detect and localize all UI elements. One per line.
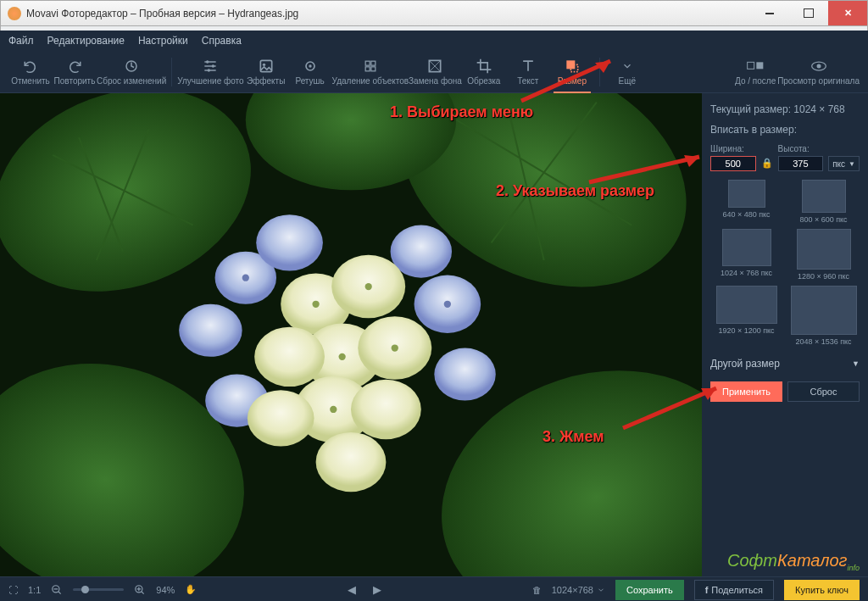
view-original-button[interactable]: Просмотр оригинала <box>777 52 860 92</box>
height-input[interactable] <box>778 156 824 171</box>
change-bg-button[interactable]: Замена фона <box>409 52 462 92</box>
erase-icon <box>362 58 379 75</box>
resize-icon <box>564 58 581 75</box>
retouch-button[interactable]: Ретушь <box>288 52 332 92</box>
crop-icon <box>476 58 492 75</box>
hand-tool-icon[interactable]: ✋ <box>185 584 197 595</box>
next-image-button[interactable]: ▶ <box>373 583 381 596</box>
svg-point-46 <box>242 275 249 281</box>
undo-button[interactable]: Отменить <box>8 52 53 92</box>
improve-button[interactable]: Улучшение фото <box>177 52 243 92</box>
svg-point-3 <box>208 69 210 71</box>
text-icon <box>520 58 537 75</box>
zoom-in-icon[interactable] <box>134 584 146 596</box>
svg-point-38 <box>351 380 421 439</box>
svg-rect-15 <box>748 62 754 69</box>
svg-point-7 <box>309 64 311 67</box>
eye-icon <box>810 58 827 75</box>
fit-label: Вписать в размер: <box>710 124 860 136</box>
window-title: Movavi Фоторедактор – Пробная версия – H… <box>26 8 750 19</box>
svg-point-1 <box>206 60 209 63</box>
menu-edit[interactable]: Редактирование <box>47 35 125 47</box>
reset-edits-button[interactable]: Сброс изменений <box>97 52 166 92</box>
retouch-icon <box>302 58 319 75</box>
lock-aspect-icon[interactable]: 🔒 <box>761 158 773 171</box>
maximize-button[interactable] <box>789 1 828 25</box>
zoom-out-icon[interactable] <box>51 584 63 596</box>
close-button[interactable] <box>828 1 867 25</box>
apply-button[interactable]: Применить <box>710 381 782 402</box>
menubar: Файл Редактирование Настройки Справка <box>0 31 868 51</box>
chevron-down-icon <box>619 58 636 75</box>
svg-point-44 <box>392 344 398 351</box>
trash-icon[interactable]: 🗑 <box>532 585 542 595</box>
preset-1920[interactable]: 1920 × 1200 пкс <box>710 286 782 346</box>
width-input[interactable] <box>710 156 756 171</box>
canvas-area[interactable] <box>0 93 702 576</box>
svg-point-18 <box>816 64 821 69</box>
svg-point-5 <box>262 64 264 66</box>
sliders-icon <box>202 58 219 75</box>
svg-point-47 <box>444 301 451 308</box>
image-content <box>0 93 702 576</box>
svg-rect-8 <box>365 61 370 65</box>
share-button[interactable]: fПоделиться <box>694 580 774 600</box>
fullscreen-icon[interactable]: ⛶ <box>8 585 18 595</box>
svg-point-39 <box>248 390 314 446</box>
menu-file[interactable]: Файл <box>8 35 34 47</box>
effects-icon <box>258 58 275 75</box>
buy-key-button[interactable]: Купить ключ <box>784 580 860 600</box>
compare-icon <box>747 58 764 75</box>
svg-point-43 <box>339 353 346 360</box>
resize-button[interactable]: Размер <box>550 52 594 92</box>
dimension-inputs: Ширина: 🔒 Высота: пкс▼ <box>710 144 860 171</box>
preset-grid: 640 × 480 пкс 800 × 600 пкс 1024 × 768 п… <box>710 180 860 346</box>
preset-2048[interactable]: 2048 × 1536 пкс <box>787 286 860 346</box>
zoom-ratio[interactable]: 1:1 <box>28 585 41 595</box>
before-after-button[interactable]: До / после <box>733 52 777 92</box>
svg-rect-11 <box>371 67 376 71</box>
svg-rect-10 <box>365 67 370 71</box>
menu-settings[interactable]: Настройки <box>138 35 188 47</box>
redo-button[interactable]: Повторить <box>53 52 97 92</box>
preset-640[interactable]: 640 × 480 пкс <box>710 180 782 224</box>
more-button[interactable]: Ещё <box>605 52 649 92</box>
svg-point-26 <box>256 214 323 270</box>
effects-button[interactable]: Эффекты <box>244 52 288 92</box>
crop-button[interactable]: Обрезка <box>462 52 506 92</box>
main-toolbar: Отменить Повторить Сброс изменений Улучш… <box>0 51 868 93</box>
preset-1024[interactable]: 1024 × 768 пкс <box>710 229 782 281</box>
svg-rect-9 <box>371 61 376 65</box>
zoom-slider[interactable] <box>73 588 124 591</box>
height-label: Высота: <box>778 144 824 153</box>
reset-button[interactable]: Сброс <box>787 381 860 402</box>
reset-icon <box>123 58 140 75</box>
bottom-bar: ⛶ 1:1 94% ✋ ◀ ▶ 🗑 1024×768 Сохранить fПо… <box>0 576 868 601</box>
window-controls <box>750 1 867 25</box>
zoom-percent: 94% <box>156 585 175 595</box>
current-size-label: Текущий размер: 1024 × 768 <box>710 103 860 115</box>
svg-rect-4 <box>260 60 271 71</box>
svg-point-27 <box>179 304 242 357</box>
unit-select[interactable]: пкс▼ <box>828 156 860 171</box>
save-button[interactable]: Сохранить <box>615 580 684 600</box>
svg-point-42 <box>365 283 372 290</box>
minimize-button[interactable] <box>750 1 789 25</box>
preset-1280[interactable]: 1280 × 960 пкс <box>787 229 860 281</box>
menu-help[interactable]: Справка <box>202 35 242 47</box>
prev-image-button[interactable]: ◀ <box>348 583 356 596</box>
svg-point-31 <box>434 348 495 401</box>
remove-objects-button[interactable]: Удаление объектов <box>332 52 409 92</box>
svg-point-2 <box>212 64 214 67</box>
background-icon <box>426 58 443 75</box>
preset-800[interactable]: 800 × 600 пкс <box>787 180 860 224</box>
window-titlebar: Movavi Фоторедактор – Пробная версия – H… <box>0 0 868 25</box>
svg-point-35 <box>254 327 325 387</box>
redo-icon <box>66 58 83 75</box>
width-label: Ширина: <box>710 144 756 153</box>
svg-point-41 <box>312 301 319 308</box>
text-button[interactable]: Текст <box>506 52 550 92</box>
app-icon <box>8 7 21 20</box>
other-size-toggle[interactable]: Другой размер▼ <box>710 354 860 373</box>
svg-point-45 <box>330 406 337 413</box>
